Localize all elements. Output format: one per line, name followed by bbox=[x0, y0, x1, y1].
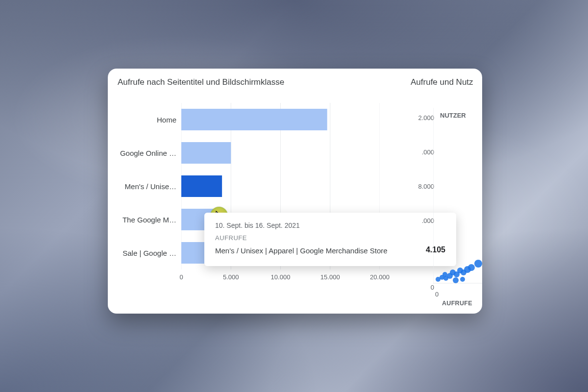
x-tick: 20.000 bbox=[370, 273, 390, 281]
bar[interactable] bbox=[181, 142, 231, 164]
scatter-plot-area bbox=[433, 108, 482, 284]
y-tick: 2.000 bbox=[418, 114, 434, 122]
x-tick: 0 bbox=[435, 291, 439, 298]
y-tick: 8.000 bbox=[418, 183, 434, 190]
bar-category-label: Google Online … bbox=[118, 149, 176, 157]
bar-chart-title: Aufrufe nach Seitentitel und Bildschirmk… bbox=[118, 77, 284, 87]
y-tick: .000 bbox=[422, 148, 434, 156]
bar[interactable] bbox=[181, 109, 327, 130]
x-tick: 15.000 bbox=[320, 273, 340, 281]
bar-highlighted[interactable] bbox=[181, 175, 222, 197]
bar-category-label: Home bbox=[118, 116, 176, 124]
bar-category-label: The Google M… bbox=[118, 216, 176, 224]
svg-point-18 bbox=[474, 260, 482, 268]
scatter-chart[interactable]: NUTZER 2.000 .000 8.000 .000 0 0 AUFRUFE bbox=[410, 98, 482, 304]
scatter-x-label: AUFRUFE bbox=[442, 300, 472, 307]
bar-chart[interactable]: Home Google Online … Men's / Unise… The … bbox=[118, 103, 392, 299]
svg-point-19 bbox=[453, 277, 459, 283]
scatter-chart-title: Aufrufe und Nutz bbox=[411, 77, 473, 87]
x-tick: 5.000 bbox=[223, 273, 239, 281]
analytics-card: Aufrufe nach Seitentitel und Bildschirmk… bbox=[108, 69, 482, 314]
y-tick: 0 bbox=[431, 284, 434, 291]
x-tick: 10.000 bbox=[271, 273, 291, 281]
svg-point-10 bbox=[442, 272, 447, 277]
x-tick: 0 bbox=[179, 273, 183, 281]
bar-category-label: Sale | Google … bbox=[118, 249, 176, 257]
svg-point-20 bbox=[460, 277, 465, 282]
bar-category-label: Men's / Unise… bbox=[118, 182, 176, 191]
svg-point-17 bbox=[468, 264, 475, 271]
tooltip-label: Men's / Unisex | Apparel | Google Mercha… bbox=[215, 245, 417, 256]
y-tick: .000 bbox=[422, 217, 434, 224]
